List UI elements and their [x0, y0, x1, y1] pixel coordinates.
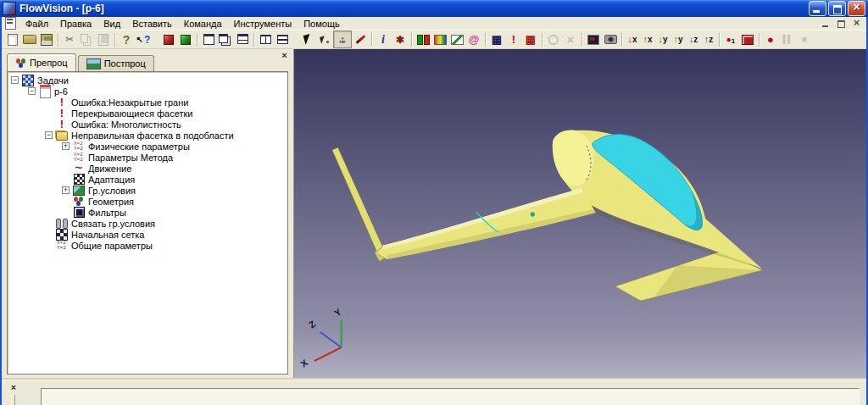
- menu-help[interactable]: Помощь: [298, 19, 346, 29]
- tree-expander[interactable]: [62, 164, 70, 172]
- help-button[interactable]: ?: [118, 31, 135, 47]
- tree-item[interactable]: Фильтры: [8, 207, 287, 218]
- view-y-up-button[interactable]: ↑y: [670, 31, 686, 47]
- tree-item[interactable]: Ошибка: Многолистность: [8, 119, 287, 130]
- errors-button[interactable]: !: [505, 31, 522, 47]
- info-button[interactable]: i: [375, 31, 392, 47]
- viewport-canvas: Y Z X: [294, 49, 866, 380]
- tree-expander[interactable]: [62, 153, 70, 161]
- tree-expander[interactable]: [62, 197, 70, 205]
- lens-button[interactable]: ◯: [545, 31, 562, 47]
- tree-item[interactable]: + Гр.условия: [8, 185, 287, 196]
- tree-expander[interactable]: [45, 241, 53, 249]
- record-frame-button[interactable]: ●1: [722, 31, 739, 47]
- menu-view[interactable]: Вид: [97, 19, 126, 29]
- grid-table-button[interactable]: ▦: [488, 31, 505, 47]
- menu-edit[interactable]: Правка: [54, 19, 97, 29]
- tree-item[interactable]: − p-6: [8, 86, 287, 97]
- tree-item[interactable]: Начальная сетка: [8, 229, 287, 240]
- menu-tools[interactable]: Инструменты: [228, 19, 298, 29]
- physical-parameters-icon: [73, 141, 85, 152]
- tree-expander[interactable]: −: [11, 76, 19, 84]
- restore-button[interactable]: [828, 1, 846, 16]
- delete-button[interactable]: ×: [562, 31, 579, 47]
- tree-expander[interactable]: [45, 219, 53, 227]
- tree-expander[interactable]: +: [62, 142, 70, 150]
- viewport-3d[interactable]: Y Z X: [294, 49, 866, 380]
- record-film-button[interactable]: [739, 31, 756, 47]
- minimize-button[interactable]: [809, 1, 826, 16]
- screen-capture-button[interactable]: [585, 31, 602, 47]
- tree-item-label: Ошибка:Незакрытые грани: [71, 97, 188, 108]
- menu-command[interactable]: Команда: [178, 19, 228, 29]
- pause-button[interactable]: ▌▌: [779, 31, 796, 47]
- swirl-button[interactable]: @: [465, 31, 482, 47]
- tile-horizontal-button[interactable]: [274, 31, 291, 47]
- plot-button[interactable]: [448, 31, 465, 47]
- tree-item[interactable]: Перекрывающиеся фасетки: [8, 108, 287, 119]
- output-log-area: [41, 388, 860, 405]
- solver-button[interactable]: ✱: [392, 31, 409, 47]
- stop-button[interactable]: ■: [796, 31, 813, 47]
- draw-button[interactable]: [352, 31, 369, 47]
- tree-item[interactable]: Связать гр.условия: [8, 218, 287, 229]
- solid-red-button[interactable]: [160, 31, 177, 47]
- open-button[interactable]: [21, 31, 38, 47]
- record-button[interactable]: ●: [762, 31, 779, 47]
- save-button[interactable]: [38, 31, 55, 47]
- tree-item[interactable]: Ошибка:Незакрытые грани: [8, 97, 287, 108]
- tree-item[interactable]: Адаптация: [8, 174, 287, 185]
- tree-item[interactable]: − Неправильная фасетка в подобласти: [8, 130, 287, 141]
- output-panel-grip[interactable]: [11, 395, 15, 405]
- view-x-down-button[interactable]: ↓x: [625, 31, 640, 47]
- tree-expander[interactable]: +: [62, 186, 70, 194]
- select-button[interactable]: [299, 31, 316, 47]
- palette-button[interactable]: [431, 31, 448, 47]
- tree-expander[interactable]: [45, 109, 53, 117]
- tree-item[interactable]: Движение: [8, 163, 287, 174]
- camera-button[interactable]: [602, 31, 619, 47]
- move-mode-button[interactable]: ↔↕: [333, 31, 352, 48]
- new-button[interactable]: [4, 31, 21, 47]
- flag-layers-button[interactable]: [415, 31, 431, 47]
- tree-expander[interactable]: [45, 120, 53, 128]
- tree-expander[interactable]: [45, 230, 53, 238]
- tab-preprocessor[interactable]: Препроц: [7, 53, 76, 71]
- copy-button[interactable]: [78, 31, 95, 47]
- tree-expander[interactable]: [62, 208, 70, 216]
- view-z-down-button[interactable]: ↓z: [686, 31, 701, 47]
- tree-item[interactable]: Геометрия: [8, 196, 287, 207]
- view-x-up-button[interactable]: ↑x: [640, 31, 655, 47]
- view-z-up-button[interactable]: ↑z: [701, 31, 716, 47]
- menu-insert[interactable]: Вставить: [126, 19, 178, 29]
- cut-button[interactable]: ✂: [61, 31, 78, 47]
- select-point-button[interactable]: [316, 31, 333, 47]
- tree-item[interactable]: Параметры Метода: [8, 152, 287, 163]
- close-button[interactable]: [848, 1, 865, 16]
- window-restore-button[interactable]: [200, 31, 217, 47]
- view-y-down-button[interactable]: ↓y: [655, 31, 670, 47]
- solid-green-button[interactable]: [177, 31, 194, 47]
- tree-item[interactable]: + Физические параметры: [8, 141, 287, 152]
- tree-item[interactable]: Общие параметры: [8, 240, 287, 251]
- paste-button[interactable]: [95, 31, 112, 47]
- panel-close-icon[interactable]: ×: [279, 51, 290, 62]
- window-cascade-button[interactable]: [217, 31, 234, 47]
- tree-expander[interactable]: [62, 175, 70, 183]
- context-help-button[interactable]: ↖?: [135, 31, 152, 47]
- tab-postprocessor[interactable]: Постпроц: [78, 55, 154, 71]
- output-panel-close-icon[interactable]: ×: [8, 383, 19, 393]
- mdi-close-button[interactable]: [850, 19, 863, 29]
- grid-edit-button[interactable]: ▦: [522, 31, 539, 47]
- document-icon[interactable]: [5, 17, 16, 30]
- tree-expander[interactable]: [45, 98, 53, 106]
- tree-expander[interactable]: −: [28, 87, 36, 95]
- toolbar-separator: [619, 32, 625, 47]
- mdi-restore-button[interactable]: [835, 19, 848, 29]
- window-new-button[interactable]: [234, 31, 251, 47]
- tile-vertical-button[interactable]: [257, 31, 274, 47]
- menu-file[interactable]: Файл: [19, 19, 54, 29]
- drops-icon: [15, 58, 26, 68]
- mdi-minimize-button[interactable]: [820, 19, 832, 29]
- tree-expander[interactable]: −: [45, 131, 53, 139]
